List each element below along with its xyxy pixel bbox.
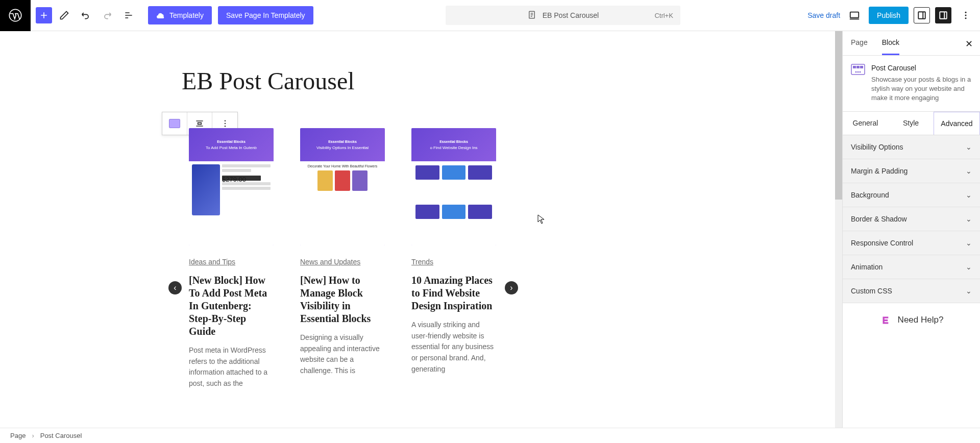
- panel-background[interactable]: Background⌄: [843, 183, 980, 207]
- sidebar-tab-page[interactable]: Page: [851, 31, 868, 55]
- panel-animation[interactable]: Animation⌄: [843, 255, 980, 279]
- svg-rect-13: [856, 66, 860, 68]
- card-excerpt: Designing a visually appealing and inter…: [300, 332, 385, 377]
- post-carousel-icon: [851, 64, 865, 75]
- chevron-down-icon: ⌄: [966, 287, 972, 295]
- chevron-down-icon: ⌄: [966, 263, 972, 271]
- svg-rect-14: [860, 66, 863, 68]
- chevron-down-icon: ⌄: [966, 167, 972, 175]
- sidebar-close-button[interactable]: ✕: [965, 38, 973, 50]
- document-title-text: EB Post Carousel: [543, 11, 599, 19]
- card-thumbnail: Essential BlocksVisibility Options In Es…: [300, 128, 385, 245]
- redo-button[interactable]: [98, 6, 116, 24]
- shortcut-hint: Ctrl+K: [654, 12, 673, 19]
- panel-margin-padding[interactable]: Margin & Padding⌄: [843, 159, 980, 183]
- preview-device-button[interactable]: [845, 6, 864, 24]
- chevron-down-icon: ⌄: [966, 239, 972, 247]
- wordpress-logo[interactable]: [0, 0, 31, 31]
- editor-canvas[interactable]: EB Post Carousel ‹ › Essential BlocksTo …: [0, 31, 842, 428]
- block-info: Post Carousel Showcase your posts & blog…: [843, 56, 980, 112]
- block-description: Showcase your posts & blogs in a stylish…: [871, 75, 972, 103]
- carousel-next-button[interactable]: ›: [505, 281, 518, 294]
- undo-button[interactable]: [77, 6, 95, 24]
- cloud-icon: [156, 11, 165, 20]
- settings-panel-button[interactable]: [935, 7, 951, 23]
- carousel-icon: [169, 119, 180, 128]
- svg-point-16: [857, 71, 859, 73]
- card-category-link[interactable]: News and Updates: [300, 258, 360, 266]
- canvas-scrollbar[interactable]: [835, 31, 842, 428]
- sidebar-tab-block[interactable]: Block: [882, 31, 899, 55]
- carousel-card: Essential BlocksVisibility Options In Es…: [300, 128, 385, 389]
- save-page-label: Save Page In Templately: [226, 11, 305, 19]
- need-help-link[interactable]: Need Help?: [843, 303, 980, 337]
- svg-point-7: [965, 17, 967, 19]
- card-title: 10 Amazing Places to Find Website Design…: [411, 274, 496, 312]
- svg-rect-4: [940, 12, 947, 19]
- card-title: [New Block] How To Add Post Meta In Gute…: [189, 274, 274, 338]
- carousel-prev-button[interactable]: ‹: [168, 281, 182, 294]
- panel-border-shadow[interactable]: Border & Shadow⌄: [843, 207, 980, 231]
- edit-mode-button[interactable]: [55, 6, 74, 24]
- page-title[interactable]: EB Post Carousel: [182, 67, 822, 95]
- carousel-card: Essential Blockso Find Website Design In…: [411, 128, 496, 389]
- svg-point-0: [9, 9, 21, 21]
- svg-rect-3: [918, 12, 925, 19]
- breadcrumb: Page › Post Carousel: [0, 428, 980, 443]
- templately-label: Templately: [169, 11, 204, 19]
- top-toolbar: Templately Save Page In Templately EB Po…: [0, 0, 980, 31]
- eb-panel-button[interactable]: [914, 7, 930, 23]
- card-thumbnail: Essential BlocksTo Add Post Meta In Gute…: [189, 128, 274, 245]
- subtab-general[interactable]: General: [843, 112, 888, 135]
- chevron-down-icon: ⌄: [966, 191, 972, 199]
- card-category-link[interactable]: Ideas and Tips: [189, 258, 235, 266]
- save-draft-button[interactable]: Save draft: [807, 11, 840, 19]
- post-carousel-block[interactable]: ‹ › Essential BlocksTo Add Post Meta In …: [168, 128, 526, 389]
- publish-button[interactable]: Publish: [869, 7, 909, 24]
- card-thumbnail: Essential Blockso Find Website Design In…: [411, 128, 496, 245]
- subtab-style[interactable]: Style: [888, 112, 934, 135]
- carousel-card: Essential BlocksTo Add Post Meta In Gute…: [189, 128, 274, 389]
- block-settings-subtabs: General Style Advanced: [843, 112, 980, 135]
- document-title-bar[interactable]: EB Post Carousel Ctrl+K: [446, 6, 680, 25]
- card-category-link[interactable]: Trends: [411, 258, 433, 266]
- svg-point-10: [224, 126, 225, 127]
- svg-point-17: [860, 71, 861, 73]
- templately-button[interactable]: Templately: [148, 6, 212, 24]
- svg-point-6: [965, 15, 967, 16]
- advanced-panels: Visibility Options⌄ Margin & Padding⌄ Ba…: [843, 135, 980, 303]
- breadcrumb-page[interactable]: Page: [10, 432, 26, 439]
- breadcrumb-block[interactable]: Post Carousel: [40, 432, 82, 439]
- subtab-advanced[interactable]: Advanced: [934, 112, 980, 135]
- document-overview-button[interactable]: [119, 6, 138, 24]
- panel-visibility-options[interactable]: Visibility Options⌄: [843, 135, 980, 159]
- chevron-down-icon: ⌄: [966, 143, 972, 151]
- eb-logo-icon: [879, 313, 893, 327]
- need-help-label: Need Help?: [898, 315, 944, 325]
- chevron-down-icon: ⌄: [966, 215, 972, 223]
- svg-point-15: [855, 71, 857, 73]
- settings-sidebar: Page Block ✕ Post Carousel Showcase your…: [842, 31, 980, 428]
- save-page-templately-button[interactable]: Save Page In Templately: [218, 6, 313, 24]
- card-title: [New] How to Manage Block Visibility in …: [300, 274, 385, 325]
- svg-point-8: [224, 120, 225, 121]
- svg-rect-12: [853, 66, 856, 68]
- panel-custom-css[interactable]: Custom CSS⌄: [843, 279, 980, 303]
- svg-point-5: [965, 12, 967, 13]
- svg-point-9: [224, 123, 225, 124]
- add-block-button[interactable]: [36, 7, 52, 23]
- document-icon: [527, 10, 536, 21]
- more-options-button[interactable]: [957, 6, 975, 24]
- card-excerpt: A visually striking and user-friendly we…: [411, 319, 496, 375]
- card-excerpt: Post meta in WordPress refers to the add…: [189, 345, 274, 389]
- panel-responsive-control[interactable]: Responsive Control⌄: [843, 231, 980, 255]
- svg-rect-2: [850, 12, 859, 18]
- chevron-right-icon: ›: [32, 432, 34, 439]
- block-name: Post Carousel: [871, 64, 972, 72]
